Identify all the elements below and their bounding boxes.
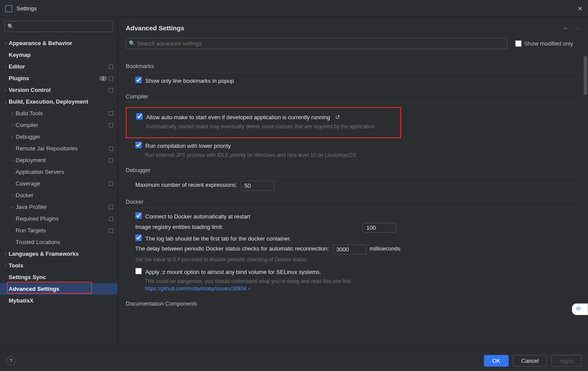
scrollbar[interactable] [584,56,587,95]
section-bookmarks: Bookmarks [126,63,580,72]
tree-item[interactable]: ›Docker [0,189,118,201]
tree-item[interactable]: Advanced Settings [0,283,118,295]
tree-item-label: MybatisX [9,297,113,304]
tree-item[interactable]: ›Languages & Frameworks [0,248,118,260]
tree-item[interactable]: ›Appearance & Behavior [0,37,118,49]
tree-item-label: Docker [16,192,113,199]
tree-item[interactable]: Application Servers [0,166,118,178]
project-scope-icon [109,158,113,163]
bookmarks-opt1-checkbox[interactable] [135,77,142,83]
chevron-right-icon: › [3,64,9,69]
tree-item[interactable]: Keymap [0,49,118,61]
chevron-right-icon: › [3,251,9,256]
tree-item[interactable]: MybatisX [0,295,118,306]
debugger-field1: Maximum number of recent expressions: [135,181,580,191]
tree-item-label: Run Targets [16,227,109,234]
tree-item[interactable]: ›Build Tools [0,107,118,119]
bookmarks-opt1[interactable]: Show only line bookmarks in popup [135,77,580,85]
badge: 1 [99,76,107,81]
tree-item[interactable]: ›Editor [0,61,118,72]
window-title: Settings [16,5,37,12]
tree-item-label: Coverage [16,180,109,187]
tree-item[interactable]: ›Debugger [0,131,118,143]
project-scope-icon [109,76,113,81]
tree-item[interactable]: Plugins1 [0,72,118,84]
compiler-opt1-desc: Automatically started make may eventuall… [146,123,389,130]
section-doc: Documentation Components [126,300,580,309]
tree-item[interactable]: Coverage [0,178,118,189]
project-scope-icon [109,182,113,186]
tree-item[interactable]: Settings Sync [0,271,118,283]
tree-item[interactable]: ›Deployment [0,154,118,166]
docker-opt2-checkbox[interactable] [135,234,142,241]
section-docker: Docker [126,199,580,208]
show-modified-only[interactable]: Show modified only [515,40,573,47]
project-scope-icon [109,146,113,151]
docker-opt2[interactable]: The log tab should be the first tab for … [135,234,580,243]
tree-item[interactable]: ⌄Build, Execution, Deployment [0,96,118,107]
debugger-field1-input[interactable] [241,181,274,191]
page-title: Advanced Settings [126,24,184,32]
tree-item-label: Deployment [16,157,109,163]
tree-item-label: Advanced Settings [9,286,113,292]
docker-opt3-checkbox[interactable] [135,268,142,274]
docker-opt3[interactable]: Apply :z mount option to almost any bind… [135,268,580,277]
tree-item[interactable]: Trusted Locations [0,236,118,248]
project-scope-icon [109,228,113,233]
chevron-right-icon: › [10,111,16,116]
show-modified-label: Show modified only [524,40,573,47]
tree-item-label: Plugins [9,75,99,81]
project-scope-icon [109,65,113,69]
search-icon: 🔍 [129,40,135,46]
tree-item[interactable]: Required Plugins [0,213,118,225]
app-icon [5,5,12,12]
tree-item[interactable]: ›Tools [0,260,118,271]
highlight-compiler-opt1: Allow auto-make to start even if develop… [126,107,401,138]
compiler-opt1-checkbox[interactable] [136,113,143,120]
compiler-opt2-checkbox[interactable] [135,142,142,148]
chevron-right-icon: › [3,263,9,268]
docker-opt1-checkbox[interactable] [135,212,142,219]
chevron-right-icon: › [3,41,9,46]
close-icon[interactable]: ✕ [578,5,583,12]
project-scope-icon [109,123,113,127]
settings-search-input[interactable] [137,40,504,47]
chevron-right-icon: › [10,205,16,209]
chevron-right-icon: › [10,193,16,198]
sidebar-search[interactable]: 🔍 [4,21,113,32]
tree-item[interactable]: ›Version Control [0,84,118,96]
settings-scroll[interactable]: Bookmarks Show only line bookmarks in po… [118,53,588,350]
help-icon[interactable]: ? [6,356,16,366]
section-compiler: Compiler [126,93,580,103]
settings-search[interactable]: 🔍 [126,38,507,49]
chevron-right-icon: › [10,134,16,139]
project-scope-icon [109,88,113,92]
tree-item[interactable]: ›Compiler [0,119,118,131]
tree-item-label: Appearance & Behavior [9,40,113,46]
content-header: Advanced Settings ← → [118,17,588,38]
docker-field1-input[interactable] [363,223,396,233]
tree-item-label: Trusted Locations [16,239,113,245]
compiler-opt1[interactable]: Allow auto-make to start even if develop… [136,113,398,122]
tree-item[interactable]: Run Targets [0,225,118,236]
project-scope-icon [109,111,113,116]
sidebar: 🔍 ›Appearance & BehaviorKeymap›EditorPlu… [0,17,118,350]
sidebar-search-input[interactable] [16,23,110,30]
ime-badge[interactable]: 中 · [572,303,588,315]
project-scope-icon [109,205,113,209]
cancel-button[interactable]: Cancel [513,355,547,367]
tree-item-label: Remote Jar Repositories [16,145,109,152]
back-icon[interactable]: ← [563,25,569,32]
tree-item-label: Application Servers [16,169,113,175]
tree-item[interactable]: Remote Jar Repositories [0,143,118,154]
ok-button[interactable]: OK [484,355,509,367]
docker-link[interactable]: https://github.com/moby/moby/issues/3093… [145,286,251,292]
tree-item[interactable]: ›Java Profiler [0,201,118,213]
reset-icon[interactable]: ↺ [335,113,340,122]
docker-opt1[interactable]: Connect to Docker automatically at resta… [135,212,580,221]
docker-field2: The delay between periodic Docker status… [135,244,580,254]
chevron-right-icon: › [10,158,16,163]
show-modified-checkbox[interactable] [515,40,522,47]
compiler-opt2[interactable]: Run compilation with lower priority [135,142,580,150]
docker-field2-input[interactable] [333,244,366,254]
